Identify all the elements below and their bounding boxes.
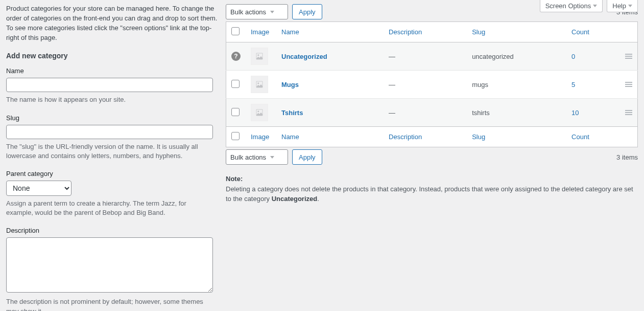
row-checkbox[interactable] (231, 80, 240, 88)
col-image: Image (246, 22, 276, 42)
col-image-foot: Image (246, 127, 276, 147)
chevron-down-icon (270, 156, 274, 159)
image-placeholder-icon (251, 76, 268, 93)
drag-handle[interactable] (620, 71, 638, 99)
category-description: — (384, 71, 467, 99)
category-count-link[interactable]: 0 (571, 53, 575, 60)
name-label: Name (6, 67, 221, 75)
bulk-actions-select-bottom[interactable]: Bulk actions (226, 149, 288, 165)
category-name-link[interactable]: Mugs (281, 81, 299, 88)
slug-input[interactable] (6, 125, 213, 139)
parent-select[interactable]: None (6, 181, 71, 196)
table-row: ?Uncategorized—uncategorized0 (226, 42, 638, 71)
drag-handle[interactable] (620, 42, 638, 71)
name-input[interactable] (6, 78, 213, 92)
drag-handle[interactable] (620, 99, 638, 127)
drag-icon (625, 110, 632, 115)
bulk-actions-select-top[interactable]: Bulk actions (226, 4, 288, 19)
svg-point-0 (257, 54, 259, 56)
items-count-bottom: 3 items (616, 153, 638, 161)
category-count-link[interactable]: 10 (571, 109, 579, 117)
screen-options-label: Screen Options (545, 2, 591, 10)
categories-table: Image Name Description Slug Count ?Uncat… (226, 21, 638, 147)
bulk-actions-label: Bulk actions (230, 153, 266, 161)
table-row: Mugs—mugs5 (226, 71, 638, 99)
note-block: Note: Deleting a category does not delet… (226, 174, 638, 204)
select-all-checkbox-bottom[interactable] (231, 132, 240, 140)
parent-label: Parent category (6, 170, 221, 177)
bulk-actions-label: Bulk actions (230, 8, 266, 16)
parent-help: Assign a parent term to create a hierarc… (6, 199, 213, 217)
col-count[interactable]: Count (571, 28, 589, 36)
svg-point-2 (257, 110, 259, 112)
col-description[interactable]: Description (389, 28, 422, 36)
help-tab[interactable]: Help (607, 0, 638, 12)
category-slug: tshirts (467, 99, 566, 127)
col-name-foot[interactable]: Name (281, 133, 299, 141)
col-name[interactable]: Name (281, 28, 299, 36)
slug-help: The "slug" is the URL-friendly version o… (6, 142, 213, 161)
col-description-foot[interactable]: Description (389, 133, 422, 141)
intro-text: Product categories for your store can be… (6, 4, 221, 42)
add-category-heading: Add new category (6, 52, 221, 60)
apply-button-bottom[interactable]: Apply (292, 149, 322, 165)
chevron-down-icon (593, 5, 597, 7)
description-help: The description is not prominent by defa… (6, 297, 213, 311)
drag-icon (625, 54, 632, 59)
select-all-checkbox-top[interactable] (231, 27, 240, 35)
image-placeholder-icon (251, 104, 268, 121)
col-slug[interactable]: Slug (472, 28, 485, 36)
drag-icon (625, 82, 632, 87)
help-label: Help (612, 2, 626, 10)
category-count-link[interactable]: 5 (571, 81, 575, 88)
chevron-down-icon (628, 5, 632, 7)
help-icon: ? (231, 52, 241, 61)
name-help: The name is how it appears on your site. (6, 95, 213, 104)
category-name-link[interactable]: Uncategorized (281, 53, 327, 60)
category-name-link[interactable]: Tshirts (281, 109, 303, 117)
note-title: Note: (226, 175, 243, 183)
row-checkbox[interactable] (231, 108, 240, 116)
col-slug-foot[interactable]: Slug (472, 133, 485, 141)
category-slug: mugs (467, 71, 566, 99)
table-row: Tshirts—tshirts10 (226, 99, 638, 127)
image-placeholder-icon (251, 48, 268, 65)
svg-point-1 (257, 82, 259, 84)
col-count-foot[interactable]: Count (571, 133, 589, 141)
slug-label: Slug (6, 114, 221, 122)
description-textarea[interactable] (6, 237, 213, 293)
note-bold: Uncategorized (272, 195, 318, 203)
chevron-down-icon (270, 11, 274, 13)
note-body2: . (317, 195, 319, 203)
category-description: — (384, 42, 467, 71)
description-label: Description (6, 227, 221, 234)
category-slug: uncategorized (467, 42, 566, 71)
screen-options-tab[interactable]: Screen Options (540, 0, 603, 12)
category-description: — (384, 99, 467, 127)
apply-button-top[interactable]: Apply (292, 4, 322, 19)
